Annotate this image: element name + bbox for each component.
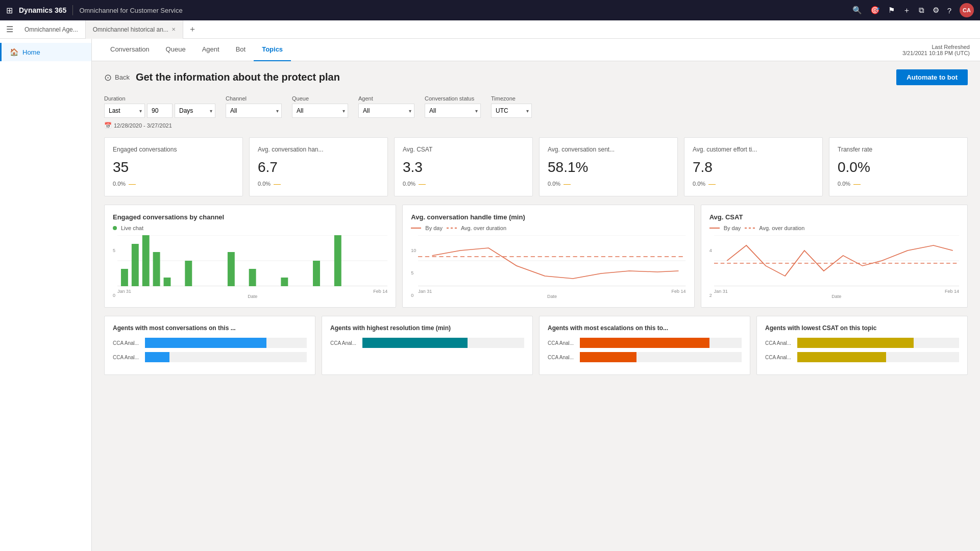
channel-select[interactable]: All	[226, 104, 282, 118]
metric-value-3: 58.1%	[548, 159, 669, 176]
agent-label: Agent	[358, 95, 414, 102]
hamburger-icon[interactable]: ☰	[6, 24, 13, 34]
tab-agent[interactable]: Agent	[194, 39, 228, 61]
horiz-bar-wrap-3-0	[797, 338, 959, 348]
horiz-bar-0-1	[145, 352, 169, 362]
queue-wrapper: All	[292, 104, 348, 118]
y-label-2: 2	[709, 293, 712, 298]
bottom-chart-title-2: Agents with most escalations on this to.…	[548, 324, 742, 332]
x-axis-label-engaged: Date	[117, 294, 387, 299]
bottom-chart-2: Agents with most escalations on this to.…	[539, 316, 750, 375]
duration-row: Last Days	[104, 104, 215, 118]
y-label-4: 4	[709, 248, 712, 253]
horiz-bar-row-2-1: CCA Anal...	[548, 352, 742, 362]
sidebar-item-home[interactable]: 🏠 Home	[0, 43, 91, 61]
help-icon[interactable]: ?	[947, 6, 951, 15]
avg-over-duration-line	[447, 228, 457, 229]
svg-rect-8	[185, 261, 192, 286]
tab-omnichannel-age[interactable]: Omnichannel Age...	[17, 20, 86, 39]
plus-icon[interactable]: ＋	[903, 6, 911, 15]
agent-select[interactable]: All	[358, 104, 414, 118]
channel-label: Channel	[226, 95, 282, 102]
metric-value-4: 7.8	[693, 159, 814, 176]
chart-engaged-legend: Live chat	[113, 225, 387, 231]
duration-value-input[interactable]	[147, 104, 173, 118]
y-label-10: 10	[411, 248, 416, 253]
metric-title-2: Avg. CSAT	[403, 146, 524, 153]
tab-conversation[interactable]: Conversation	[102, 39, 158, 61]
avg-over-duration-label: Avg. over duration	[461, 225, 506, 231]
avatar[interactable]: CA	[960, 3, 974, 17]
close-icon[interactable]: ✕	[172, 27, 176, 32]
metric-pct-3: 0.0%	[548, 181, 560, 187]
target-icon[interactable]: 🎯	[870, 6, 880, 15]
metric-pct-4: 0.0%	[693, 181, 705, 187]
horiz-bar-label-2-1: CCA Anal...	[548, 355, 576, 360]
page-title: Get the information about the protect pl…	[136, 71, 340, 83]
duration-unit-select[interactable]: Days	[175, 104, 215, 118]
chart-avg-csat: Avg. CSAT By day Avg. over duration 4 2	[701, 205, 968, 308]
conv-status-wrapper: All	[425, 104, 481, 118]
tab-topics[interactable]: Topics	[254, 39, 291, 61]
horiz-bar-row-2-0: CCA Anal...	[548, 338, 742, 348]
metric-card-2: Avg. CSAT 3.3 0.0% —	[394, 137, 533, 196]
filter-channel: Channel All	[226, 95, 282, 118]
metric-footer-5: 0.0% —	[838, 180, 959, 188]
bottom-chart-title-3: Agents with lowest CSAT on this topic	[765, 324, 959, 332]
tab-bot[interactable]: Bot	[228, 39, 254, 61]
horiz-bar-row-3-1: CCA Anal...	[765, 352, 959, 362]
metric-value-5: 0.0%	[838, 159, 959, 176]
horiz-bar-0-0	[145, 338, 266, 348]
settings-icon[interactable]: ⚙	[933, 6, 939, 15]
x-label-feb14: Feb 14	[373, 289, 387, 294]
conv-status-label: Conversation status	[425, 95, 481, 102]
metric-title-1: Avg. conversation han...	[258, 146, 379, 153]
topbar: ⊞ Dynamics 365 Omnichannel for Customer …	[0, 0, 980, 20]
main-content: Conversation Queue Agent Bot Topics Last…	[92, 39, 980, 551]
tab-queue[interactable]: Queue	[158, 39, 194, 61]
topbar-divider	[72, 5, 73, 15]
back-button[interactable]: ⊙ Back	[104, 72, 130, 83]
metric-pct-0: 0.0%	[113, 181, 126, 187]
tab-conversation-label: Conversation	[110, 45, 150, 53]
csat-avg-line	[745, 228, 755, 229]
live-chat-dot	[113, 226, 117, 230]
metric-footer-1: 0.0% —	[258, 180, 379, 188]
add-tab-button[interactable]: ＋	[183, 24, 202, 35]
svg-rect-3	[121, 269, 128, 286]
grid-icon[interactable]: ⊞	[6, 6, 13, 15]
by-day-label: By day	[425, 225, 443, 231]
brand-name: Dynamics 365	[19, 6, 66, 14]
timezone-select[interactable]: UTC	[491, 104, 532, 118]
back-label: Back	[115, 73, 130, 81]
tab-omnichannel-historical[interactable]: Omnichannel historical an... ✕	[86, 20, 183, 39]
svg-rect-7	[164, 278, 171, 286]
horiz-bar-2-1	[580, 352, 636, 362]
filter-icon[interactable]: ⧉	[919, 6, 924, 15]
metric-title-0: Engaged conversations	[113, 146, 234, 153]
duration-last-select[interactable]: Last	[104, 104, 145, 118]
filter-agent: Agent All	[358, 95, 414, 118]
queue-select[interactable]: All	[292, 104, 348, 118]
flag-icon[interactable]: ⚑	[888, 6, 895, 15]
conv-status-select[interactable]: All	[425, 104, 481, 118]
chart-engaged-title: Engaged conversations by channel	[113, 213, 387, 221]
metric-pct-2: 0.0%	[403, 181, 415, 187]
x-label-csat-jan31: Jan 31	[714, 289, 728, 294]
automate-to-bot-button[interactable]: Automate to bot	[896, 69, 968, 85]
horiz-bar-wrap-1-0	[362, 338, 524, 348]
search-icon[interactable]: 🔍	[852, 6, 862, 15]
tab-topics-label: Topics	[262, 45, 283, 53]
content-area: ⊙ Back Get the information about the pro…	[92, 61, 980, 383]
calendar-icon: 📅	[104, 122, 112, 129]
bottom-chart-title-1: Agents with highest resolution time (min…	[330, 324, 524, 332]
svg-rect-11	[281, 278, 288, 286]
metric-dash-5: —	[853, 180, 861, 188]
y-label-0: 0	[411, 293, 416, 298]
csat-by-day-line	[709, 228, 720, 229]
metric-cards: Engaged conversations 35 0.0% — Avg. con…	[104, 137, 968, 196]
filter-conv-status: Conversation status All	[425, 95, 481, 118]
x-label-csat-feb14: Feb 14	[945, 289, 959, 294]
metric-card-1: Avg. conversation han... 6.7 0.0% —	[249, 137, 388, 196]
metric-dash-0: —	[129, 180, 136, 188]
